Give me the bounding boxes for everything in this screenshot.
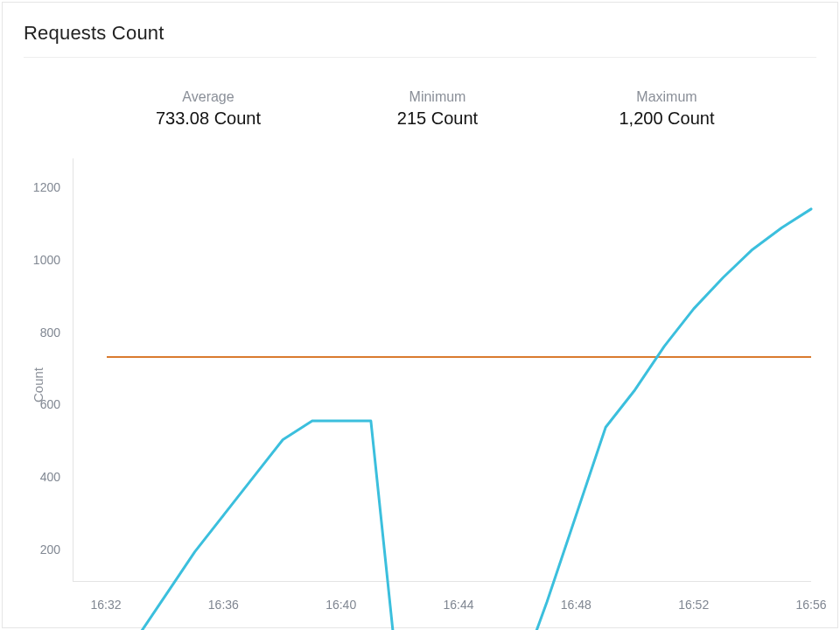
x-tick: 16:32 bbox=[90, 591, 121, 612]
panel-header: Requests Count bbox=[24, 22, 816, 58]
x-axis: 16:3216:3616:4016:4416:4816:5216:56 bbox=[73, 585, 811, 612]
stat-minimum-value: 215 Count bbox=[323, 108, 552, 129]
x-tick: 16:44 bbox=[443, 591, 473, 612]
y-tick: 400 bbox=[24, 470, 66, 484]
x-tick: 16:48 bbox=[561, 591, 592, 612]
x-tick: 16:56 bbox=[795, 591, 826, 612]
x-tick: 16:36 bbox=[208, 591, 239, 612]
x-tick: 16:52 bbox=[678, 591, 709, 612]
summary-stats: Average 733.08 Count Minimum 215 Count M… bbox=[24, 58, 816, 150]
stat-maximum-value: 1,200 Count bbox=[552, 108, 781, 129]
stat-maximum-label: Maximum bbox=[552, 89, 781, 105]
stat-average-label: Average bbox=[94, 89, 323, 105]
panel-title: Requests Count bbox=[24, 22, 816, 45]
series-line bbox=[107, 165, 811, 630]
y-tick: 1200 bbox=[24, 180, 66, 194]
stat-maximum: Maximum 1,200 Count bbox=[552, 89, 781, 129]
chart[interactable]: Count 20040060080010001200 16:3216:3616:… bbox=[24, 158, 816, 612]
y-tick: 1000 bbox=[24, 253, 66, 267]
y-tick: 200 bbox=[24, 542, 66, 556]
stat-minimum-label: Minimum bbox=[323, 89, 552, 105]
y-tick: 800 bbox=[24, 326, 66, 340]
x-tick: 16:40 bbox=[326, 591, 356, 612]
stat-average-value: 733.08 Count bbox=[94, 108, 323, 129]
y-tick: 600 bbox=[24, 397, 66, 411]
y-axis: 20040060080010001200 bbox=[24, 158, 71, 582]
metrics-panel: Requests Count Average 733.08 Count Mini… bbox=[2, 2, 838, 628]
series-path bbox=[107, 209, 811, 630]
plot-area[interactable] bbox=[73, 158, 811, 582]
stat-minimum: Minimum 215 Count bbox=[323, 89, 552, 129]
stat-average: Average 733.08 Count bbox=[94, 89, 323, 129]
